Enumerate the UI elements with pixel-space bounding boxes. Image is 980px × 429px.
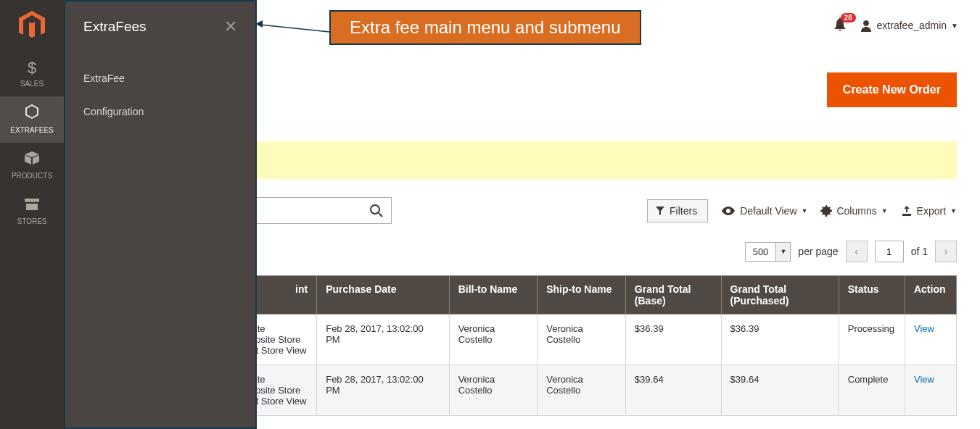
cell-ship-to: Veronica Costello <box>538 365 626 416</box>
sidebar-item-stores[interactable]: STORES <box>0 188 64 234</box>
cell-gt-base: $39.64 <box>625 365 721 416</box>
filters-button[interactable]: Filters <box>647 199 708 222</box>
sidebar-item-label: STORES <box>17 217 47 225</box>
notification-count: 28 <box>841 13 856 22</box>
per-page-select[interactable]: 500 ▼ <box>745 242 791 262</box>
col-purchase-date[interactable]: Purchase Date <box>317 276 449 315</box>
col-ship-to[interactable]: Ship-to Name <box>538 276 626 315</box>
create-new-order-button[interactable]: Create New Order <box>827 72 957 107</box>
flyout-item-extrafee[interactable]: ExtraFee <box>83 65 237 99</box>
col-status[interactable]: Status <box>839 276 905 315</box>
view-link[interactable]: View <box>914 374 934 385</box>
col-gt-purchased[interactable]: Grand Total(Purchased) <box>721 276 839 315</box>
cell-purchase-date: Feb 28, 2017, 13:02:00 PM <box>317 365 449 416</box>
admin-user-menu[interactable]: extrafee_admin ▼ <box>860 19 958 32</box>
grid-actions: Filters Default View ▼ Columns ▼ Export … <box>647 199 957 222</box>
col-bill-to[interactable]: Bill-to Name <box>449 276 538 315</box>
default-view-selector[interactable]: Default View ▼ <box>721 205 807 217</box>
cell-gt-base: $36.39 <box>625 315 721 365</box>
filters-label: Filters <box>670 205 697 217</box>
columns-selector[interactable]: Columns ▼ <box>820 205 887 217</box>
funnel-icon <box>655 206 665 216</box>
sidebar-item-label: PRODUCTS <box>12 172 52 180</box>
export-icon <box>901 205 913 217</box>
export-button[interactable]: Export ▼ <box>901 205 957 217</box>
cell-bill-to: Veronica Costello <box>449 315 538 365</box>
eye-icon <box>721 206 736 216</box>
close-icon[interactable]: ✕ <box>224 17 237 36</box>
cell-status: Processing <box>839 315 905 365</box>
dollar-icon: $ <box>0 58 64 78</box>
per-page-value: 500 <box>745 242 777 262</box>
annotation-callout: Extra fee main menu and submenu <box>329 10 641 45</box>
svg-line-3 <box>379 213 382 217</box>
default-view-label: Default View <box>740 205 796 217</box>
sidebar-item-label: SALES <box>20 80 44 88</box>
svg-marker-1 <box>255 20 263 28</box>
hex-icon <box>0 104 64 125</box>
admin-user-name: extrafee_admin <box>877 20 947 31</box>
extrafees-flyout: ExtraFees ✕ ExtraFee Configuration <box>64 0 257 429</box>
caret-down-icon: ▼ <box>776 242 791 262</box>
caret-down-icon: ▼ <box>950 207 957 214</box>
store-icon <box>0 196 64 216</box>
page-total-label: of 1 <box>911 246 928 257</box>
magento-logo[interactable] <box>0 0 64 51</box>
cell-gt-purchased: $39.64 <box>721 365 839 416</box>
sidebar-item-label: EXTRAFEES <box>10 126 53 134</box>
pager: 500 ▼ per page ‹ of 1 › <box>745 241 957 262</box>
box-icon <box>0 150 64 170</box>
svg-line-0 <box>260 25 329 32</box>
cell-purchase-date: Feb 28, 2017, 13:02:00 PM <box>317 315 449 365</box>
caret-down-icon: ▼ <box>951 22 958 30</box>
flyout-title: ExtraFees <box>83 19 147 35</box>
caret-down-icon: ▼ <box>881 207 888 214</box>
user-icon <box>860 19 873 32</box>
col-action[interactable]: Action <box>905 276 956 315</box>
cell-status: Complete <box>839 365 905 416</box>
cell-ship-to: Veronica Costello <box>538 315 626 365</box>
annotation-arrow <box>255 17 331 39</box>
search-icon <box>369 204 384 218</box>
admin-sidebar: $ SALES EXTRAFEES PRODUCTS STORES <box>0 0 64 429</box>
sidebar-item-extrafees[interactable]: EXTRAFEES <box>0 96 64 143</box>
current-page-input[interactable] <box>875 241 904 262</box>
prev-page-button[interactable]: ‹ <box>846 241 868 262</box>
page-actions: Create New Order <box>827 72 957 107</box>
flyout-item-configuration[interactable]: Configuration <box>83 99 237 132</box>
columns-label: Columns <box>836 205 876 217</box>
gear-icon <box>820 205 832 217</box>
col-gt-base[interactable]: Grand Total(Base) <box>625 276 721 315</box>
notifications-button[interactable]: 28 <box>833 17 847 34</box>
flyout-header: ExtraFees ✕ <box>83 17 237 36</box>
next-page-button[interactable]: › <box>935 241 957 262</box>
caret-down-icon: ▼ <box>802 207 808 214</box>
per-page-label: per page <box>798 246 838 257</box>
export-label: Export <box>917 205 946 217</box>
sidebar-item-sales[interactable]: $ SALES <box>0 51 64 96</box>
sidebar-item-products[interactable]: PRODUCTS <box>0 143 64 188</box>
view-link[interactable]: View <box>914 323 934 334</box>
cell-gt-purchased: $36.39 <box>721 315 839 365</box>
cell-bill-to: Veronica Costello <box>449 365 538 416</box>
svg-point-2 <box>371 205 379 214</box>
